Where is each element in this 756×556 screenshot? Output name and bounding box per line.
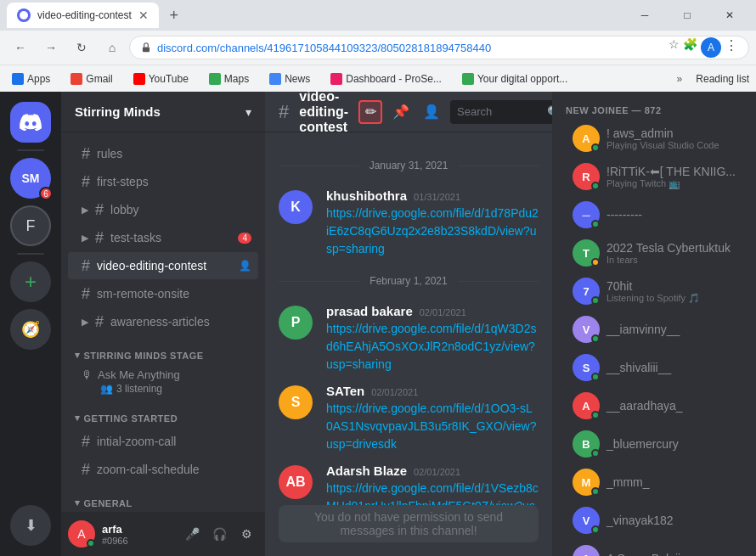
message-link[interactable]: https://drive.google.com/file/d/1VSezb8c…	[326, 481, 539, 505]
date-divider-jan31: January 31, 2021	[265, 153, 552, 178]
message-link[interactable]: https://drive.google.com/file/d/1d78Pdu2…	[326, 206, 539, 256]
channel-name-sm-remote: sm-remote-onsite	[97, 287, 189, 300]
deafen-button[interactable]: 🎧	[207, 522, 231, 546]
active-tab[interactable]: video-editing-contest ✕	[7, 3, 159, 28]
bookmark-digital[interactable]: Your digital opport...	[457, 71, 573, 87]
mute-button[interactable]: 🎤	[180, 522, 204, 546]
member-avatar: B	[573, 430, 600, 458]
member-item[interactable]: B _bluemercury	[559, 425, 749, 463]
member-item[interactable]: S __shivaliii__	[559, 349, 749, 386]
server-icon-discord[interactable]	[10, 102, 51, 143]
bookmark-gmail[interactable]: Gmail	[65, 71, 117, 87]
user-info: arfa #0966	[102, 523, 173, 546]
member-item[interactable]: A __aaradhaya_	[559, 387, 749, 424]
user-avatar: A	[68, 520, 95, 548]
channel-item-first-steps[interactable]: # first-steps	[68, 168, 258, 195]
member-status-dot	[591, 411, 600, 419]
member-avatar: ─	[573, 201, 600, 228]
channel-sidebar: Stirring Minds ▾ # rules # first-steps ▶…	[61, 92, 265, 556]
member-avatar: A	[573, 545, 600, 556]
no-permission-message: You do not have permission to send messa…	[289, 510, 528, 537]
member-item[interactable]: ─ ---------	[559, 196, 749, 233]
more-bookmarks-button[interactable]: »	[677, 73, 683, 85]
profile-icon[interactable]: A	[701, 37, 721, 58]
member-item[interactable]: A ! aws_admin Playing Visual Studio Code	[559, 120, 749, 157]
message-link[interactable]: https://drive.google.com/file/d/1OO3-sL0…	[326, 402, 536, 451]
close-button[interactable]: ✕	[710, 0, 749, 31]
member-item[interactable]: R !RiTTiK-⬅[ THE KNIIG... Playing Twitch…	[559, 158, 749, 195]
member-item[interactable]: A A Surya Balaji	[559, 540, 749, 556]
explore-servers-button[interactable]: 🧭	[10, 309, 51, 350]
expand-icon: ▶	[82, 205, 88, 216]
edit-channel-button[interactable]: ✏	[358, 100, 382, 124]
member-item[interactable]: M _mmm_	[559, 463, 749, 501]
message-prasad-bakare: P prasad bakare 02/01/2021 https://drive…	[265, 300, 552, 377]
member-info: _vinayak182	[606, 514, 742, 527]
member-info: __iamvinny__	[606, 323, 742, 336]
channel-item-awareness[interactable]: ▶ # awareness-articles	[68, 308, 258, 335]
tab-close-button[interactable]: ✕	[138, 8, 149, 22]
section-stirring-minds-stage[interactable]: ▾ STIRRING MINDS STAGE	[61, 336, 265, 364]
channel-item-zoom-schedule[interactable]: # zoom-call-schedule	[68, 456, 258, 483]
channel-item-rules[interactable]: # rules	[68, 140, 258, 167]
search-box[interactable]: 🔍	[450, 100, 552, 124]
bookmark-apps[interactable]: Apps	[7, 71, 55, 87]
user-settings-button[interactable]: ⚙	[234, 522, 258, 546]
member-item[interactable]: 7 70hit Listening to Spotify 🎵	[559, 272, 749, 310]
maximize-button[interactable]: □	[668, 0, 707, 31]
server-name-header[interactable]: Stirring Minds ▾	[61, 92, 265, 132]
search-input[interactable]	[457, 105, 542, 118]
more-menu-icon[interactable]: ⋮	[725, 37, 738, 58]
member-info: _bluemercury	[606, 437, 742, 451]
home-button[interactable]: ⌂	[99, 34, 126, 61]
message-username: Adarsh Blaze	[326, 463, 407, 478]
channel-item-ask-me-anything[interactable]: 🎙 Ask Me Anything 👥 3 listening	[68, 365, 258, 398]
section-label-getting-started: GETTING STARTED	[84, 413, 178, 424]
message-link[interactable]: https://drive.google.com/file/d/1qW3D2sd…	[326, 322, 536, 371]
bookmark-news-label: News	[285, 73, 310, 85]
message-username: SATen	[326, 384, 364, 398]
extensions-icon[interactable]: 🧩	[683, 37, 697, 58]
member-item[interactable]: V __iamvinny__	[559, 311, 749, 348]
bookmark-news[interactable]: News	[264, 71, 315, 87]
download-icon-btn[interactable]: ⬇	[10, 505, 51, 546]
new-tab-button[interactable]: +	[162, 3, 186, 27]
divider-line	[458, 166, 539, 166]
maps-favicon	[209, 73, 221, 85]
member-item[interactable]: V _vinayak182	[559, 502, 749, 539]
channel-item-test-tasks[interactable]: ▶ # test-tasks 4	[68, 224, 258, 251]
minimize-button[interactable]: ─	[625, 0, 664, 31]
divider-line	[279, 166, 359, 166]
bookmark-gmail-label: Gmail	[86, 73, 112, 85]
pin-button[interactable]: 📌	[389, 100, 413, 124]
channel-name-awareness: awareness-articles	[110, 315, 210, 329]
address-bar[interactable]: discord.com/channels/419617105844109323/…	[129, 36, 749, 59]
tab-favicon	[17, 8, 31, 22]
youtube-favicon	[133, 73, 145, 85]
refresh-button[interactable]: ↻	[68, 34, 95, 61]
members-button[interactable]: 👤	[420, 100, 443, 124]
server-icon-sm[interactable]: SM 6	[10, 158, 51, 199]
bookmark-youtube[interactable]: YouTube	[128, 71, 194, 87]
server-icon-f[interactable]: F	[10, 205, 51, 246]
channel-item-video-editing[interactable]: # video-editing-contest 👤	[68, 252, 258, 279]
member-name: A Surya Balaji	[606, 552, 742, 556]
channel-item-sm-remote[interactable]: # sm-remote-onsite	[68, 280, 258, 307]
section-general[interactable]: ▾ GENERAL	[61, 484, 265, 512]
channel-item-lobby[interactable]: ▶ # lobby	[68, 196, 258, 223]
bookmark-dashboard[interactable]: Dashboard - ProSe...	[325, 71, 447, 87]
bookmark-maps[interactable]: Maps	[204, 71, 254, 87]
stage-icon: 🎙	[82, 368, 93, 381]
reading-list-button[interactable]: Reading list	[696, 73, 749, 85]
back-button[interactable]: ←	[7, 34, 34, 61]
star-icon[interactable]: ☆	[669, 37, 680, 58]
forward-button[interactable]: →	[37, 34, 65, 61]
add-server-button[interactable]: +	[10, 261, 51, 302]
member-item[interactable]: T 2022 Tesla Cybertuktuk In tears	[559, 234, 749, 272]
channel-item-intial-zoom[interactable]: # intial-zoom-call	[68, 428, 258, 455]
message-content: https://drive.google.com/file/d/1d78Pdu2…	[326, 205, 539, 258]
section-getting-started[interactable]: ▾ GETTING STARTED	[61, 399, 265, 427]
message-timestamp: 02/01/2021	[420, 307, 466, 317]
members-sidebar: NEW JOINEE — 872 A ! aws_admin Playing V…	[552, 92, 756, 556]
message-avatar: S	[279, 385, 313, 419]
